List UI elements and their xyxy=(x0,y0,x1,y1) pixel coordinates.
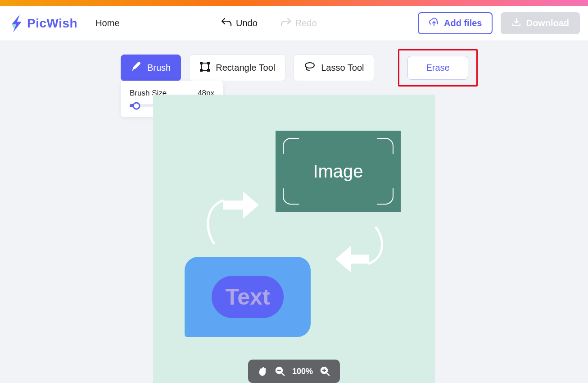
download-button: Download xyxy=(501,12,580,34)
redo-label: Redo xyxy=(295,18,317,28)
crop-corner-icon xyxy=(377,188,394,205)
crop-corner-icon xyxy=(377,138,394,154)
undo-icon xyxy=(221,17,232,29)
rectangle-label: Rectangle Tool xyxy=(216,63,275,73)
undo-button[interactable]: Undo xyxy=(221,17,258,29)
redo-button: Redo xyxy=(280,17,317,29)
svg-line-10 xyxy=(327,373,329,375)
header: PicWish Home Undo Redo xyxy=(0,6,588,41)
promo-strip xyxy=(0,0,588,6)
redo-icon xyxy=(280,17,292,29)
zoom-out-icon[interactable] xyxy=(275,366,285,376)
svg-rect-2 xyxy=(208,62,209,64)
rectangle-icon xyxy=(199,61,210,74)
download-icon xyxy=(511,18,521,29)
toolbar-divider xyxy=(386,59,386,77)
file-actions: Add files Download xyxy=(418,12,580,34)
brush-icon xyxy=(131,61,142,74)
svg-rect-1 xyxy=(200,62,202,64)
rectangle-tool-button[interactable]: Rectangle Tool xyxy=(189,55,285,81)
curved-arrow-icon xyxy=(200,189,263,250)
home-link[interactable]: Home xyxy=(95,18,119,28)
upload-cloud-icon xyxy=(429,18,439,29)
image-block-label: Image xyxy=(313,161,363,182)
crop-corner-icon xyxy=(283,188,299,205)
lasso-label: Lasso Tool xyxy=(321,63,364,73)
history-actions: Undo Redo xyxy=(120,17,418,29)
svg-rect-4 xyxy=(208,69,209,71)
erase-button[interactable]: Erase xyxy=(407,56,468,80)
brush-label: Brush xyxy=(147,63,171,73)
zoom-toolbar: 100% xyxy=(248,360,340,383)
workspace: Image Text xyxy=(0,95,588,383)
text-block-label: Text xyxy=(225,284,270,310)
crop-corner-icon xyxy=(283,138,299,154)
brand-name: PicWish xyxy=(27,16,77,31)
zoom-level: 100% xyxy=(292,367,313,376)
add-files-label: Add files xyxy=(444,18,482,28)
zoom-in-icon[interactable] xyxy=(320,366,330,376)
sample-text-block: Text xyxy=(185,257,311,337)
add-files-button[interactable]: Add files xyxy=(418,12,493,34)
tool-toolbar: Brush Rectangle Tool Lasso Tool Erase xyxy=(0,41,588,87)
canvas[interactable]: Image Text xyxy=(153,95,435,383)
logo-icon xyxy=(8,14,24,33)
svg-rect-3 xyxy=(200,69,202,71)
svg-line-7 xyxy=(282,373,284,375)
erase-highlight-box: Erase xyxy=(398,49,477,87)
lasso-tool-button[interactable]: Lasso Tool xyxy=(294,55,374,81)
lasso-icon xyxy=(304,61,316,74)
download-label: Download xyxy=(526,18,569,28)
undo-label: Undo xyxy=(236,18,258,28)
logo[interactable]: PicWish xyxy=(8,14,77,33)
brush-mark: Text xyxy=(212,276,283,318)
sample-image-block: Image xyxy=(276,131,401,212)
pan-hand-icon[interactable] xyxy=(258,366,268,377)
curved-arrow-icon xyxy=(333,225,387,281)
brush-tool-button[interactable]: Brush xyxy=(121,55,181,81)
